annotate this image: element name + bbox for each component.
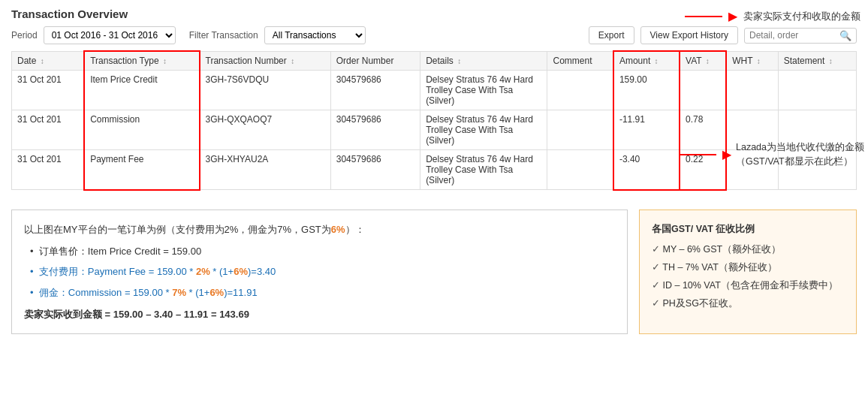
left-info-box: 以上图在MY平台的一笔订单为例（支付费用为2%，佣金为7%，GST为6%）： •… — [11, 210, 628, 335]
cell-details: Delsey Stratus 76 4w Hard Trolley Case W… — [420, 71, 547, 110]
col-header-amount[interactable]: Amount ↕ — [613, 51, 680, 71]
cell-vat — [680, 71, 726, 110]
bottom-section: 以上图在MY平台的一笔订单为例（支付费用为2%，佣金为7%，GST为6%）： •… — [0, 202, 868, 342]
gst-vat-item: TH – 7% VAT（额外征收） — [652, 259, 844, 277]
cell-details: Delsey Stratus 76 4w Hard Trolley Case W… — [420, 150, 547, 190]
cell-txn-number: 3GH-7S6VDQU — [200, 71, 331, 110]
cell-type: Payment Fee — [84, 150, 199, 190]
cell-order-number: 304579686 — [330, 150, 420, 190]
table-header-row: Date ↕ Transaction Type ↕ Transaction Nu… — [12, 51, 857, 71]
transaction-table-container: Date ↕ Transaction Type ↕ Transaction Nu… — [11, 50, 857, 191]
left-intro: 以上图在MY平台的一笔订单为例（支付费用为2%，佣金为7%，GST为6%）： — [24, 221, 615, 238]
bullet-1: • 订单售价：Item Price Credit = 159.00 — [30, 243, 615, 260]
transaction-overview-section: Transaction Overview Period 01 Oct 2016 … — [0, 0, 868, 198]
cell-details: Delsey Stratus 76 4w Hard Trolley Case W… — [420, 110, 547, 150]
col-header-txn-number[interactable]: Transaction Number ↕ — [200, 51, 331, 71]
filter-select[interactable]: All Transactions — [264, 26, 366, 44]
cell-type: Item Price Credit — [84, 71, 199, 110]
export-button[interactable]: Export — [589, 26, 634, 44]
gst-vat-item: ID – 10% VAT（包含在佣金和手续费中） — [652, 277, 844, 295]
search-box: 🔍 — [744, 28, 857, 44]
gst-vat-item: MY – 6% GST（额外征收） — [652, 241, 844, 259]
cell-order-number: 304579686 — [330, 71, 420, 110]
cell-amount: -3.40 — [613, 150, 680, 190]
cell-date: 31 Oct 201 — [12, 150, 85, 190]
right-box-title: 各国GST/ VAT 征收比例 — [652, 221, 844, 239]
left-bullets: • 订单售价：Item Price Credit = 159.00 • 支付费用… — [30, 243, 615, 301]
cell-txn-number: 3GH-QXQAOQ7 — [200, 110, 331, 150]
col-header-details[interactable]: Details ↕ — [420, 51, 547, 71]
col-header-statement[interactable]: Statement ↕ — [778, 51, 856, 71]
table-row: 31 Oct 201 Item Price Credit 3GH-7S6VDQU… — [12, 71, 857, 110]
cell-amount: -11.91 — [613, 110, 680, 150]
col-header-vat[interactable]: VAT ↕ — [680, 51, 726, 71]
cell-comment — [547, 150, 613, 190]
cell-comment — [547, 110, 613, 150]
view-export-history-button[interactable]: View Export History — [640, 26, 738, 44]
bullet-3: • 佣金：Commission = 159.00 * 7% * (1+6%)=1… — [30, 284, 615, 301]
cell-amount: 159.00 — [613, 71, 680, 110]
search-icon: 🔍 — [839, 30, 851, 41]
search-input[interactable] — [749, 30, 839, 41]
col-header-order-number[interactable]: Order Number — [330, 51, 420, 71]
gst-vat-list: MY – 6% GST（额外征收）TH – 7% VAT（额外征收）ID – 1… — [652, 241, 844, 312]
transaction-table: Date ↕ Transaction Type ↕ Transaction Nu… — [11, 50, 857, 191]
cell-txn-number: 3GH-XHYAU2A — [200, 150, 331, 190]
col-header-date[interactable]: Date ↕ — [12, 51, 85, 71]
period-label: Period — [11, 30, 38, 41]
cell-type: Commission — [84, 110, 199, 150]
cell-date: 31 Oct 201 — [12, 110, 85, 150]
cell-wht — [726, 71, 778, 110]
col-header-comment[interactable]: Comment — [547, 51, 613, 71]
period-select[interactable]: 01 Oct 2016 - 31 Oct 2016 — [44, 26, 176, 44]
col-header-type[interactable]: Transaction Type ↕ — [84, 51, 199, 71]
left-summary: 卖家实际收到金额 = 159.00 – 3.40 – 11.91 = 143.6… — [24, 306, 615, 323]
gst-vat-item: PH及SG不征收。 — [652, 295, 844, 313]
cell-statement — [778, 71, 856, 110]
toolbar: Period 01 Oct 2016 - 31 Oct 2016 Filter … — [11, 26, 857, 44]
right-info-box: 各国GST/ VAT 征收比例 MY – 6% GST（额外征收）TH – 7%… — [639, 210, 857, 335]
cell-comment — [547, 71, 613, 110]
cell-order-number: 304579686 — [330, 110, 420, 150]
annotation-middle-right: ▶ Lazada为当地代收代缴的金额（GST/VAT都显示在此栏） — [679, 140, 864, 169]
filter-label: Filter Transaction — [189, 30, 258, 41]
bullet-2: • 支付费用：Payment Fee = 159.00 * 2% * (1+6%… — [30, 263, 615, 280]
col-header-wht[interactable]: WHT ↕ — [726, 51, 778, 71]
cell-date: 31 Oct 201 — [12, 71, 85, 110]
annotation-top-right: ▶ 卖家实际支付和收取的金额 — [685, 9, 860, 23]
